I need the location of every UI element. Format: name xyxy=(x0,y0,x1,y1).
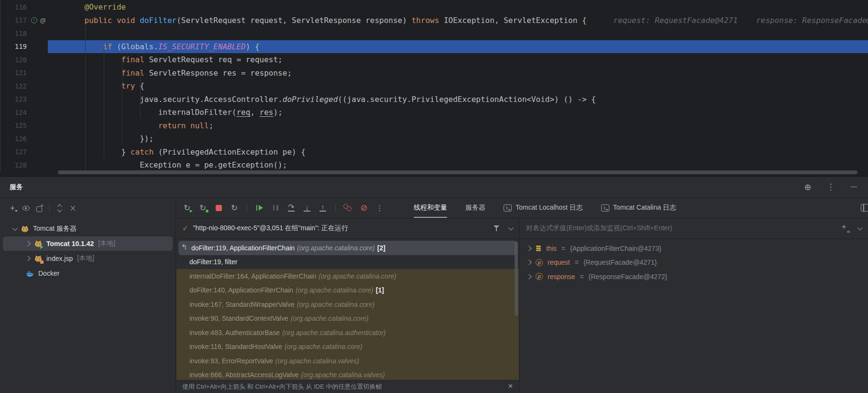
add-service-icon[interactable] xyxy=(6,202,19,214)
variable-name: response xyxy=(548,273,575,281)
chevron-right-icon[interactable] xyxy=(526,246,531,251)
variable-row-request[interactable]: prequest={RequestFacade@4271} xyxy=(519,256,868,270)
line-number[interactable]: 120 xyxy=(0,56,27,64)
rerun-debug-icon[interactable] xyxy=(196,202,209,214)
variable-value: {ResponseFacade@4272} xyxy=(589,273,667,281)
line-number[interactable]: 125 xyxy=(0,122,27,129)
chevron-down-icon[interactable] xyxy=(12,225,18,231)
toolbar-separator xyxy=(49,203,50,213)
hide-panel-icon[interactable] xyxy=(847,181,860,193)
close-icon[interactable]: ✕ xyxy=(508,382,513,390)
line-number[interactable]: 121 xyxy=(0,69,27,77)
stack-frame[interactable]: invoke:90, StandardContextValve(org.apac… xyxy=(176,312,519,326)
services-tree-panel: Tomcat 服务器Tomcat 10.1.42[本地]index.jsp[本地… xyxy=(0,198,176,393)
view-breakpoints-icon[interactable] xyxy=(341,202,355,214)
add-watch-icon[interactable] xyxy=(841,225,850,233)
gutter[interactable] xyxy=(27,27,56,40)
thread-selector[interactable]: ✓ "http-nio-8080-exec-5"@3,051 在组"main":… xyxy=(176,218,519,239)
evaluate-expression-bar[interactable]: 对表达式求值(Enter)或添加监视(Ctrl+Shift+Enter) xyxy=(519,218,868,239)
layout-settings-icon[interactable] xyxy=(861,204,868,212)
gutter[interactable] xyxy=(27,106,56,119)
tree-item-index.jsp[interactable]: index.jsp[本地] xyxy=(3,251,173,266)
variables-panel: 对表达式求值(Enter)或添加监视(Ctrl+Shift+Enter) thi… xyxy=(519,218,868,393)
gutter[interactable] xyxy=(27,158,56,172)
annotation-icon[interactable]: @ xyxy=(40,17,46,23)
stack-frame[interactable]: invoke:93, ErrorReportValve(org.apache.c… xyxy=(176,354,519,368)
line-number[interactable]: 116 xyxy=(0,3,27,11)
line-number[interactable]: 127 xyxy=(0,148,27,156)
stack-frame[interactable]: internalDoFilter:164, ApplicationFilterC… xyxy=(176,269,519,283)
target-icon[interactable] xyxy=(801,181,814,193)
gutter[interactable] xyxy=(27,132,56,146)
gutter[interactable] xyxy=(27,0,56,14)
frame-location: invoke:666, AbstractAccessLogValve xyxy=(189,371,299,379)
line-number[interactable]: 126 xyxy=(0,135,27,143)
step-out-icon[interactable] xyxy=(316,202,330,214)
gutter[interactable] xyxy=(27,93,56,106)
frame-location: invoke:116, StandardHostValve xyxy=(189,343,282,350)
more-vertical-icon[interactable] xyxy=(824,181,837,193)
redeploy-icon[interactable] xyxy=(228,202,241,214)
tab-Tomcat Catalina 日志[interactable]: Tomcat Catalina 日志 xyxy=(601,198,676,218)
debugger-panel: 线程和变量服务器Tomcat Localhost 日志Tomcat Catali… xyxy=(176,198,868,393)
resume-icon[interactable] xyxy=(253,202,266,214)
line-number[interactable]: 118 xyxy=(0,30,27,37)
tab-Tomcat Localhost 日志[interactable]: Tomcat Localhost 日志 xyxy=(504,198,583,218)
line-number[interactable]: 119 xyxy=(0,43,27,50)
overriding-method-icon[interactable]: ↑ xyxy=(31,17,37,23)
watch-dropdown-chevron-icon[interactable] xyxy=(857,225,863,230)
collapse-all-icon[interactable] xyxy=(66,202,80,214)
code-editor[interactable]: 116 @Override117↑@ public void doFilter(… xyxy=(0,0,868,176)
line-number[interactable]: 124 xyxy=(0,109,27,116)
line-number[interactable]: 123 xyxy=(0,95,27,103)
thread-dropdown-chevron-icon[interactable] xyxy=(508,225,514,230)
gutter[interactable] xyxy=(27,40,56,54)
frame-location: doFilter:19, filter xyxy=(189,258,237,266)
gutter[interactable] xyxy=(27,146,56,159)
chevron-right-icon[interactable] xyxy=(526,260,531,265)
open-in-new-tab-icon[interactable] xyxy=(33,202,46,214)
line-number[interactable]: 122 xyxy=(0,82,27,90)
variable-row-this[interactable]: this={ApplicationFilterChain@4273} xyxy=(519,241,868,256)
gutter[interactable] xyxy=(27,119,56,133)
editor-horizontal-scrollbar[interactable] xyxy=(58,170,857,174)
filter-frames-icon[interactable] xyxy=(493,225,500,232)
code-line-126: 126 }); xyxy=(0,132,868,146)
tree-item-Tomcat 10.1.42[interactable]: Tomcat 10.1.42[本地] xyxy=(3,236,173,251)
step-over-icon[interactable] xyxy=(285,202,298,214)
stack-frame[interactable]: invoke:116, StandardHostValve(org.apache… xyxy=(176,340,519,354)
stack-frame[interactable]: ↰doFilter:119, ApplicationFilterChain(or… xyxy=(178,241,517,255)
stop-icon[interactable] xyxy=(212,202,225,214)
right-margin-guide xyxy=(0,0,0,171)
step-into-icon[interactable] xyxy=(300,202,314,214)
line-number[interactable]: 128 xyxy=(0,161,27,169)
tree-item-Tomcat 服务器[interactable]: Tomcat 服务器 xyxy=(3,222,173,236)
show-options-icon[interactable] xyxy=(19,202,33,214)
chevron-right-icon[interactable] xyxy=(25,241,30,246)
code-text: return null; xyxy=(56,121,213,130)
pause-icon[interactable] xyxy=(269,202,282,214)
gutter[interactable] xyxy=(27,67,56,80)
chevron-right-icon[interactable] xyxy=(526,274,531,279)
gutter[interactable]: ↑@ xyxy=(27,14,56,27)
tab-线程和变量[interactable]: 线程和变量 xyxy=(414,198,447,218)
stack-frame[interactable]: doFilter:140, ApplicationFilterChain(org… xyxy=(176,283,519,298)
chevron-right-icon[interactable] xyxy=(25,256,30,261)
docker-icon xyxy=(26,269,34,277)
variable-row-response[interactable]: presponse={ResponseFacade@4272} xyxy=(519,269,868,284)
expand-all-icon[interactable] xyxy=(53,202,66,214)
rerun-icon[interactable] xyxy=(180,202,194,214)
mute-breakpoints-icon[interactable] xyxy=(357,202,371,214)
gutter[interactable] xyxy=(27,53,56,67)
gutter[interactable] xyxy=(27,79,56,93)
tree-item-Docker[interactable]: Docker xyxy=(3,266,173,281)
stack-frame[interactable]: doFilter:19, filter xyxy=(176,255,519,269)
more-icon[interactable] xyxy=(373,202,386,214)
frames-scrollbar[interactable] xyxy=(515,242,518,316)
stack-frame[interactable]: invoke:666, AbstractAccessLogValve(org.a… xyxy=(176,368,519,381)
stack-frame[interactable]: invoke:483, AuthenticatorBase(org.apache… xyxy=(176,326,519,340)
code-text: @Override xyxy=(56,2,126,11)
tab-服务器[interactable]: 服务器 xyxy=(465,198,485,218)
stack-frame[interactable]: invoke:167, StandardWrapperValve(org.apa… xyxy=(176,297,519,312)
line-number[interactable]: 117 xyxy=(0,16,27,24)
